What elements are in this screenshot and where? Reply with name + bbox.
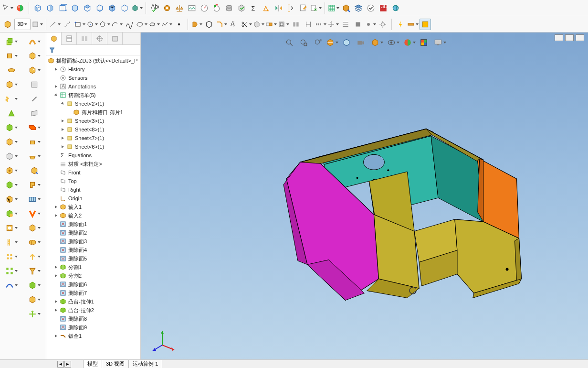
dimension-y-icon[interactable] [285, 2, 297, 14]
viewport-restore-icon[interactable] [565, 34, 574, 41]
tree-feature[interactable]: 钣金1 [46, 332, 140, 340]
sigma-icon[interactable]: Σ [248, 2, 260, 14]
revolve-icon[interactable] [191, 19, 202, 30]
up-arrow-icon[interactable] [25, 249, 44, 263]
slash-icon[interactable] [25, 92, 44, 106]
gold-small-icon[interactable] [25, 135, 44, 149]
tree-feature[interactable]: 删除面6 [46, 280, 140, 289]
orange-box-icon[interactable] [25, 120, 44, 134]
view-mode-icon[interactable] [131, 2, 143, 14]
revolve2-icon[interactable] [2, 63, 21, 77]
grid-blue-icon[interactable] [25, 192, 44, 206]
tree-feature[interactable]: 删除面5 [46, 254, 140, 263]
tree-sensors[interactable]: Sensors [46, 74, 140, 82]
tree-feature[interactable]: 输入2 [46, 211, 140, 220]
polyline-icon[interactable] [161, 19, 172, 30]
wedge-icon[interactable] [2, 106, 21, 120]
tree-feature[interactable]: 分割1 [46, 263, 140, 271]
expand-icon[interactable] [53, 213, 59, 218]
tree-feature[interactable]: 删除面7 [46, 289, 140, 297]
filter-icon[interactable] [48, 46, 56, 54]
graphics-viewport[interactable] [141, 32, 588, 359]
link-icon[interactable] [161, 2, 173, 14]
tree-annotations[interactable]: AAnnotations [46, 82, 140, 91]
move-icon[interactable] [327, 19, 339, 30]
tree-right-plane[interactable]: Right [46, 185, 140, 194]
tree-history[interactable]: History [46, 65, 140, 74]
expand-icon[interactable] [60, 135, 65, 141]
tree-equations[interactable]: ΣEquations [46, 151, 140, 160]
box-outline-icon[interactable] [119, 2, 130, 14]
centerline-icon[interactable] [62, 19, 73, 30]
dot-icon[interactable] [365, 19, 376, 30]
extrude-boss-icon[interactable] [2, 34, 21, 48]
tab-config[interactable] [62, 32, 77, 45]
move-arrows-icon[interactable] [25, 307, 44, 321]
feature-tree[interactable]: 摇臂面板-ZDJ3 (默认<<Default>_P History Sensor… [46, 55, 140, 359]
chamfer-icon[interactable] [216, 19, 227, 30]
mirror-sketch-icon[interactable]: A [228, 19, 240, 30]
expand-icon[interactable] [53, 273, 59, 279]
tree-sheet3[interactable]: Sheet<3>(1) [46, 117, 140, 125]
cube-face-icon[interactable] [2, 192, 21, 206]
trim-icon[interactable] [241, 19, 252, 30]
expand-icon[interactable] [53, 92, 59, 98]
globe-sync-icon[interactable] [390, 2, 401, 14]
line-icon[interactable] [49, 19, 61, 30]
sheet-x-icon[interactable] [310, 2, 322, 14]
cube-gold2-icon[interactable] [25, 63, 44, 77]
expand-icon[interactable] [53, 299, 59, 304]
spline-icon[interactable] [124, 19, 135, 30]
cube-check-icon[interactable] [236, 2, 247, 14]
curve-icon[interactable] [2, 278, 21, 292]
brand-icon[interactable]: 3DS [378, 2, 389, 14]
3d-mode-icon[interactable]: 3D [14, 19, 31, 30]
expand-icon[interactable] [53, 66, 59, 72]
sheet-edit-icon[interactable] [298, 2, 309, 14]
cube-icon[interactable] [2, 135, 21, 149]
offset-icon[interactable] [278, 19, 289, 30]
tree-feature[interactable]: 删除面9 [46, 323, 140, 332]
curve-edit-icon[interactable] [25, 34, 44, 48]
export-icon[interactable] [340, 2, 352, 14]
tree-feature[interactable]: 输入1 [46, 203, 140, 211]
layers-icon[interactable] [353, 2, 364, 14]
tree-sheet2-child[interactable]: 薄片和槽口-薄片1 [46, 108, 140, 117]
tree-sheet2[interactable]: Sheet<2>(1) [46, 99, 140, 108]
box-ref-icon[interactable] [253, 19, 264, 30]
tab-crosshair[interactable] [92, 32, 107, 45]
tab-motion-study[interactable]: 运动算例 1 [128, 360, 162, 368]
tree-sheet6[interactable]: Sheet<6>(1) [46, 142, 140, 151]
orange-v-icon[interactable] [25, 206, 44, 220]
pattern-icon[interactable] [2, 264, 21, 278]
table-icon[interactable] [328, 2, 339, 14]
balance-icon[interactable] [174, 2, 185, 14]
arc-icon[interactable] [111, 19, 123, 30]
scroll-left-icon[interactable]: ◂ [57, 361, 64, 368]
cube-dot-icon[interactable] [2, 163, 21, 177]
tree-feature[interactable]: 删除面3 [46, 237, 140, 246]
grid-icon[interactable] [25, 106, 44, 120]
tree-front-plane[interactable]: Front [46, 168, 140, 177]
tree-feature[interactable]: 凸台-拉伸1 [46, 297, 140, 306]
boolean-icon[interactable] [25, 235, 44, 249]
hem-icon[interactable] [2, 149, 21, 163]
view-back-icon[interactable] [44, 2, 56, 14]
tree-root[interactable]: 摇臂面板-ZDJ3 (默认<<Default>_P [46, 56, 140, 65]
face-icon[interactable] [25, 77, 44, 91]
zip-icon[interactable] [2, 235, 21, 249]
polygon-icon[interactable] [99, 19, 110, 30]
revolve-cut-icon[interactable] [2, 120, 21, 134]
dropdown-cube-icon[interactable] [32, 19, 43, 30]
tree-sheet8[interactable]: Sheet<8>(1) [46, 125, 140, 134]
timer-icon[interactable] [211, 2, 222, 14]
expand-icon[interactable] [53, 333, 59, 339]
cube-gold-icon[interactable] [25, 49, 44, 63]
cursor-select-icon[interactable] [2, 2, 13, 14]
stack-icon[interactable] [223, 2, 235, 14]
cube-g2-icon[interactable] [25, 292, 44, 306]
align-icon[interactable] [303, 19, 314, 30]
menu-icon[interactable] [340, 19, 351, 30]
tree-sheet7[interactable]: Sheet<7>(1) [46, 134, 140, 142]
loft-icon[interactable] [2, 206, 21, 220]
